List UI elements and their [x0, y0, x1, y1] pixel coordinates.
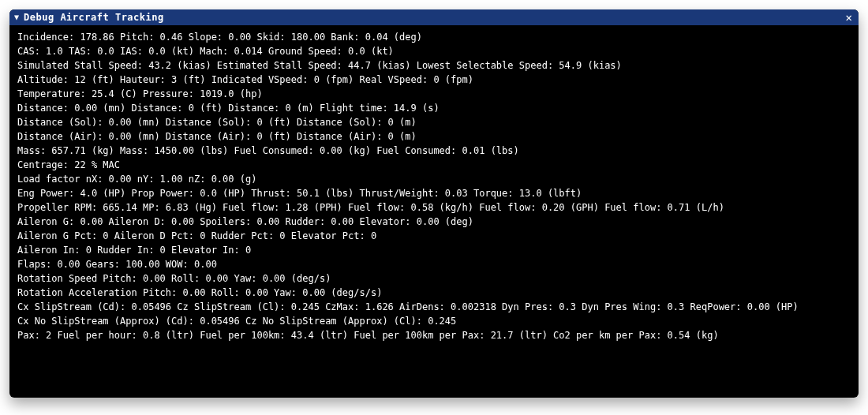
debug-line: Propeller RPM: 665.14 MP: 6.83 (Hg) Fuel…: [17, 200, 851, 215]
collapse-triangle-icon[interactable]: ▼: [14, 13, 19, 21]
debug-line: Temperature: 25.4 (C) Pressure: 1019.0 (…: [17, 87, 851, 101]
debug-line: Mass: 657.71 (kg) Mass: 1450.00 (lbs) Fu…: [17, 144, 851, 158]
debug-line: Distance: 0.00 (mn) Distance: 0 (ft) Dis…: [17, 101, 851, 115]
debug-window: ▼ Debug Aircraft Tracking ✕ Incidence: 1…: [9, 9, 859, 398]
debug-content: Incidence: 178.86 Pitch: 0.46 Slope: 0.0…: [9, 25, 859, 350]
close-icon[interactable]: ✕: [844, 12, 854, 23]
debug-line: Pax: 2 Fuel per hour: 0.8 (ltr) Fuel per…: [17, 328, 851, 342]
debug-line: Incidence: 178.86 Pitch: 0.46 Slope: 0.0…: [17, 30, 851, 44]
debug-line: Eng Power: 4.0 (HP) Prop Power: 0.0 (HP)…: [17, 186, 851, 200]
debug-line: Flaps: 0.00 Gears: 100.00 WOW: 0.00: [17, 257, 851, 271]
debug-line: Load factor nX: 0.00 nY: 1.00 nZ: 0.00 (…: [17, 172, 851, 186]
debug-line: Aileron In: 0 Rudder In: 0 Elevator In: …: [17, 243, 851, 257]
debug-line: Rotation Speed Pitch: 0.00 Roll: 0.00 Ya…: [17, 271, 851, 286]
debug-line: Distance (Sol): 0.00 (mn) Distance (Sol)…: [17, 115, 851, 129]
debug-line: Rotation Acceleration Pitch: 0.00 Roll: …: [17, 286, 851, 300]
titlebar[interactable]: ▼ Debug Aircraft Tracking ✕: [9, 9, 859, 25]
debug-line: CAS: 1.0 TAS: 0.0 IAS: 0.0 (kt) Mach: 0.…: [17, 44, 851, 58]
debug-line: Aileron G: 0.00 Aileron D: 0.00 Spoilers…: [17, 215, 851, 229]
window-title: Debug Aircraft Tracking: [24, 12, 844, 23]
debug-line: Aileron G Pct: 0 Aileron D Pct: 0 Rudder…: [17, 229, 851, 243]
debug-line: Simulated Stall Speed: 43.2 (kias) Estim…: [17, 58, 851, 73]
debug-line: Centrage: 22 % MAC: [17, 158, 851, 172]
debug-line: Cx SlipStream (Cd): 0.05496 Cz SlipStrea…: [17, 300, 851, 314]
debug-line: Altitude: 12 (ft) Hauteur: 3 (ft) Indica…: [17, 73, 851, 87]
debug-line: Cx No SlipStream (Approx) (Cd): 0.05496 …: [17, 314, 851, 328]
debug-line: Distance (Air): 0.00 (mn) Distance (Air)…: [17, 129, 851, 144]
